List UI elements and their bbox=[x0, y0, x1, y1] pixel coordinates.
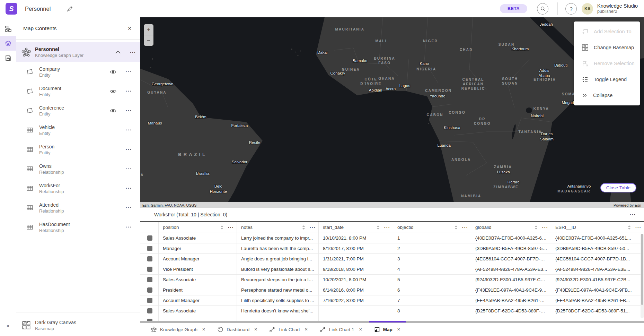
save-rail-button[interactable] bbox=[0, 51, 16, 65]
row-checkbox[interactable] bbox=[147, 235, 152, 241]
sort-icon[interactable] bbox=[302, 225, 305, 230]
layers-rail-button[interactable] bbox=[0, 36, 16, 51]
visibility-toggle[interactable] bbox=[110, 109, 116, 113]
layer-overflow-menu[interactable]: ⋯ bbox=[125, 128, 132, 132]
cell-value: Sales Associate bbox=[163, 277, 196, 282]
layer-overflow-menu[interactable]: ⋯ bbox=[125, 187, 132, 190]
map-view[interactable]: MAURITANIAMALINIGERSUDANCHADBURKINA FASO… bbox=[140, 17, 644, 208]
zoom-out-button[interactable]: − bbox=[144, 35, 153, 46]
menu-item-collapse[interactable]: Collapse bbox=[574, 87, 640, 103]
layer-overflow-menu[interactable]: ⋯ bbox=[125, 109, 132, 112]
column-overflow-menu[interactable]: ⋯ bbox=[228, 226, 234, 229]
basemap-title: Dark Gray Canvas bbox=[35, 320, 76, 325]
zoom-control: + − bbox=[144, 24, 153, 46]
row-checkbox[interactable] bbox=[147, 298, 152, 303]
layer-overflow-menu[interactable]: ⋯ bbox=[125, 225, 132, 229]
close-table-button[interactable]: Close Table bbox=[600, 183, 636, 192]
visibility-toggle[interactable] bbox=[110, 89, 116, 94]
table-overflow-menu[interactable]: ⋯ bbox=[629, 213, 636, 216]
tab-close-icon[interactable]: ✕ bbox=[202, 327, 205, 332]
menu-item-toggle-legend[interactable]: Toggle Legend bbox=[574, 71, 640, 87]
collapse-group-button[interactable] bbox=[115, 51, 121, 54]
menu-item-change-basemap[interactable]: Change Basemap bbox=[574, 40, 640, 55]
layer-group-personnel[interactable]: Personnel Knowledge Graph Layer ⋯ bbox=[16, 42, 140, 62]
tab-map[interactable]: Map✕ bbox=[368, 323, 406, 336]
expand-rail-button[interactable]: » bbox=[0, 318, 16, 333]
tab-link-chart[interactable]: Link Chart✕ bbox=[263, 323, 314, 336]
vertical-scrollbar[interactable] bbox=[641, 234, 644, 318]
row-checkbox[interactable] bbox=[147, 308, 152, 313]
column-overflow-menu[interactable]: ⋯ bbox=[309, 226, 316, 229]
tab-close-icon[interactable]: ✕ bbox=[305, 327, 308, 332]
row-select-cell bbox=[140, 243, 158, 254]
zoom-in-button[interactable]: + bbox=[144, 24, 153, 35]
tab-close-icon[interactable]: ✕ bbox=[359, 327, 362, 332]
layer-item-person[interactable]: PersonEntity⋯ bbox=[16, 140, 140, 159]
layer-list: CompanyEntity⋯DocumentEntity⋯ConferenceE… bbox=[16, 62, 140, 310]
column-overflow-menu[interactable]: ⋯ bbox=[462, 226, 468, 229]
group-overflow-menu[interactable]: ⋯ bbox=[130, 51, 136, 54]
data-model-rail-button[interactable] bbox=[0, 21, 16, 36]
cell-objectid bbox=[393, 316, 471, 321]
tab-dashboard[interactable]: Dashboard✕ bbox=[211, 323, 263, 336]
cell-value: {40DE0B7A-EF0E-4000-A325-651... bbox=[555, 235, 631, 241]
row-checkbox[interactable] bbox=[147, 277, 152, 282]
app-logo-icon[interactable]: S bbox=[6, 3, 17, 15]
tab-close-icon[interactable]: ✕ bbox=[397, 327, 400, 332]
column-header-globalid[interactable]: globalid⋯ bbox=[471, 222, 551, 233]
visibility-toggle[interactable] bbox=[110, 70, 116, 74]
sort-icon[interactable] bbox=[455, 225, 458, 230]
help-button[interactable]: ? bbox=[565, 3, 577, 15]
cell-value: {4EC56104-CCC7-4907-BF7D-1B... bbox=[555, 256, 630, 261]
column-header-objectid[interactable]: objectid⋯ bbox=[393, 222, 471, 233]
avatar[interactable]: KS bbox=[582, 3, 593, 15]
layer-item-worksfor[interactable]: WorksForRelationship⋯ bbox=[16, 179, 140, 198]
sort-icon[interactable] bbox=[535, 225, 538, 230]
layer-item-conference[interactable]: ConferenceEntity⋯ bbox=[16, 101, 140, 120]
sort-icon[interactable] bbox=[220, 225, 223, 230]
scrollbar-thumb[interactable] bbox=[641, 234, 643, 305]
cell-position: Vice President bbox=[158, 264, 237, 275]
row-checkbox[interactable] bbox=[147, 319, 152, 321]
row-checkbox[interactable] bbox=[147, 267, 152, 272]
layer-name: HasDocument bbox=[39, 222, 70, 227]
pencil-icon bbox=[67, 6, 73, 12]
row-checkbox[interactable] bbox=[147, 287, 152, 293]
layer-item-company[interactable]: CompanyEntity⋯ bbox=[16, 62, 140, 81]
tab-link-chart-1[interactable]: Link Chart 1✕ bbox=[314, 323, 368, 336]
tab-close-icon[interactable]: ✕ bbox=[254, 327, 257, 332]
layer-item-attended[interactable]: AttendedRelationship⋯ bbox=[16, 198, 140, 217]
search-button[interactable] bbox=[537, 3, 548, 15]
tab-knowledge-graph[interactable]: Knowledge Graph✕ bbox=[144, 323, 211, 336]
layer-overflow-menu[interactable]: ⋯ bbox=[125, 89, 132, 93]
layer-overflow-menu[interactable]: ⋯ bbox=[125, 167, 132, 171]
layer-item-document[interactable]: DocumentEntity⋯ bbox=[16, 81, 140, 101]
layer-item-owns[interactable]: OwnsRelationship⋯ bbox=[16, 159, 140, 179]
layer-item-hasdocument[interactable]: HasDocumentRelationship⋯ bbox=[16, 217, 140, 237]
column-header-start_date[interactable]: start_date⋯ bbox=[318, 222, 393, 233]
cell-value: Account Manager bbox=[163, 256, 200, 261]
column-overflow-menu[interactable]: ⋯ bbox=[635, 226, 641, 229]
column-header-notes[interactable]: notes⋯ bbox=[237, 222, 318, 233]
sort-icon[interactable] bbox=[377, 225, 380, 230]
column-header-position[interactable]: position⋯ bbox=[158, 222, 237, 233]
layer-overflow-menu[interactable]: ⋯ bbox=[125, 70, 132, 74]
user-info[interactable]: Knowledge Studio publisher2 bbox=[597, 3, 638, 14]
cell-value: Manager bbox=[163, 246, 181, 251]
layer-overflow-menu[interactable]: ⋯ bbox=[125, 206, 132, 209]
close-panel-button[interactable]: ✕ bbox=[126, 24, 133, 33]
column-overflow-menu[interactable]: ⋯ bbox=[384, 226, 390, 229]
column-header-esri__id[interactable]: ESRI__ID⋯ bbox=[551, 222, 644, 233]
layer-item-vehicle[interactable]: VehicleEntity⋯ bbox=[16, 120, 140, 140]
row-checkbox[interactable] bbox=[147, 246, 152, 251]
layer-overflow-menu[interactable]: ⋯ bbox=[125, 148, 132, 151]
double-chevron-right-icon: » bbox=[7, 322, 9, 328]
column-overflow-menu[interactable]: ⋯ bbox=[542, 226, 548, 229]
layer-type: Relationship bbox=[39, 228, 70, 233]
edit-title-button[interactable] bbox=[64, 3, 75, 14]
layer-text: WorksForRelationship bbox=[39, 183, 64, 194]
sort-icon[interactable] bbox=[628, 225, 631, 230]
row-checkbox[interactable] bbox=[147, 256, 152, 261]
basemap-item[interactable]: Dark Gray Canvas Basemap bbox=[16, 315, 140, 336]
layer-actions: ⋯ bbox=[125, 187, 132, 190]
